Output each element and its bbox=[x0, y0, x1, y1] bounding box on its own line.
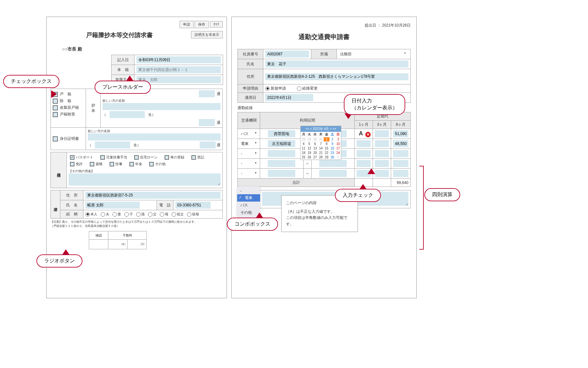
pension-checkbox[interactable] bbox=[129, 162, 134, 166]
household-head-input[interactable] bbox=[136, 76, 221, 83]
fare-3m-input[interactable] bbox=[375, 150, 389, 157]
mode-select[interactable]: -▾ bbox=[240, 161, 258, 166]
mode-select[interactable]: -▾ bbox=[240, 151, 258, 156]
relation-radio[interactable] bbox=[148, 212, 152, 217]
fare-6m-input[interactable] bbox=[393, 130, 408, 137]
calendar-day[interactable]: 29 bbox=[324, 155, 329, 160]
fare-1m-input[interactable] bbox=[357, 160, 371, 167]
calendar-day[interactable]: 29 bbox=[306, 137, 312, 142]
fare-1m-input[interactable] bbox=[357, 150, 371, 157]
fare-3m-input[interactable] bbox=[375, 130, 389, 137]
fare-6m-input[interactable] bbox=[393, 160, 408, 167]
calendar-day[interactable]: 26 bbox=[306, 155, 312, 160]
relation-radio[interactable] bbox=[112, 212, 117, 217]
relation-radio[interactable] bbox=[160, 212, 164, 217]
req-addr-input[interactable] bbox=[85, 192, 220, 199]
fare-6m-input[interactable] bbox=[393, 150, 408, 157]
to-input[interactable] bbox=[319, 170, 347, 177]
calendar-day[interactable]: 15 bbox=[324, 146, 329, 151]
req-phone-input[interactable] bbox=[175, 202, 211, 209]
reg-checkbox[interactable] bbox=[191, 155, 196, 160]
calendar-day[interactable]: 19 bbox=[306, 151, 312, 155]
calendar-day[interactable]: 17 bbox=[335, 146, 341, 151]
calendar-day[interactable]: 24 bbox=[335, 151, 341, 155]
calendar-day[interactable]: 11 bbox=[301, 146, 306, 151]
calendar-day[interactable]: 5 bbox=[306, 142, 312, 146]
calendar-day[interactable]: 20 bbox=[312, 151, 318, 155]
qual-checkbox[interactable] bbox=[90, 162, 94, 166]
from-input[interactable] bbox=[268, 160, 295, 167]
dependent-checkbox[interactable] bbox=[110, 162, 114, 166]
calendar-day[interactable]: 30 bbox=[329, 155, 335, 160]
calendar-day[interactable]: 31 bbox=[318, 137, 324, 142]
from-input[interactable] bbox=[268, 150, 295, 157]
hide-desc-button[interactable]: 説明文を非表示 bbox=[191, 31, 223, 38]
calendar-day[interactable]: 23 bbox=[329, 151, 335, 155]
calendar-day[interactable]: 13 bbox=[312, 146, 318, 151]
other-checkbox[interactable] bbox=[149, 162, 154, 166]
license-checkbox[interactable] bbox=[70, 162, 74, 166]
calendar-day[interactable]: 4 bbox=[301, 142, 306, 146]
calendar-day[interactable]: 8 bbox=[324, 142, 329, 146]
calendar-day[interactable]: 12 bbox=[306, 146, 312, 151]
fare-6m-input[interactable] bbox=[393, 140, 408, 147]
id-birth-input[interactable] bbox=[95, 141, 130, 148]
calendar-day[interactable]: 27 bbox=[312, 155, 318, 160]
calendar-day[interactable]: 16 bbox=[329, 146, 335, 151]
calendar-day[interactable]: 6 bbox=[312, 142, 318, 146]
calendar-day[interactable]: 18 bbox=[301, 151, 306, 155]
child-checkbox[interactable] bbox=[100, 155, 105, 160]
emp-addr-input[interactable] bbox=[265, 73, 408, 80]
copies-input-2[interactable] bbox=[199, 119, 215, 126]
dd-item-blank[interactable]: - bbox=[237, 188, 260, 194]
kaisei-checkbox[interactable] bbox=[53, 105, 58, 110]
calendar-day[interactable]: 1 bbox=[324, 137, 329, 142]
save-button[interactable]: 保存 bbox=[195, 21, 209, 28]
relation-radio[interactable] bbox=[85, 212, 90, 217]
relation-radio[interactable] bbox=[172, 212, 176, 217]
reason-new-radio[interactable] bbox=[265, 86, 270, 91]
joseki-checkbox[interactable] bbox=[53, 99, 58, 104]
dd-item-bus[interactable]: バス bbox=[237, 202, 260, 209]
emp-name-input[interactable] bbox=[265, 60, 408, 68]
from-input[interactable] bbox=[268, 170, 295, 177]
calendar-day[interactable]: 22 bbox=[324, 151, 329, 155]
from-input[interactable] bbox=[268, 140, 295, 147]
id-name-input[interactable] bbox=[88, 133, 220, 140]
calendar-day[interactable]: 25 bbox=[301, 155, 306, 160]
clear-button[interactable]: ｸﾘｱ bbox=[210, 21, 223, 28]
relation-radio[interactable] bbox=[136, 212, 141, 217]
passport-checkbox[interactable]: ✓ bbox=[70, 155, 74, 160]
calendar-day[interactable]: 21 bbox=[318, 151, 324, 155]
id-checkbox[interactable] bbox=[53, 136, 58, 141]
fare-3m-input[interactable] bbox=[375, 160, 389, 167]
apply-button[interactable]: 申請 bbox=[180, 21, 194, 28]
apply-date-input[interactable] bbox=[265, 94, 313, 101]
origin-input[interactable] bbox=[136, 66, 221, 73]
fare-1m-input[interactable] bbox=[357, 140, 371, 147]
fare-3m-input[interactable] bbox=[375, 170, 389, 177]
dept-select[interactable]: 法務部▾ bbox=[339, 51, 408, 58]
house-checkbox[interactable] bbox=[134, 155, 139, 160]
birth-input[interactable] bbox=[110, 111, 145, 118]
calendar-day[interactable]: 30 bbox=[312, 137, 318, 142]
mode-select[interactable]: バス▾ bbox=[240, 131, 258, 137]
emp-no-input[interactable] bbox=[265, 51, 309, 58]
calendar-day[interactable]: 14 bbox=[318, 146, 324, 151]
fare-3m-input[interactable] bbox=[375, 140, 389, 147]
calendar-day[interactable]: 3 bbox=[335, 137, 341, 142]
fare-6m-input[interactable] bbox=[393, 170, 408, 177]
calendar-day[interactable]: 2 bbox=[329, 137, 335, 142]
fuhyo-checkbox[interactable] bbox=[53, 112, 58, 117]
calendar-day[interactable]: 28 bbox=[301, 137, 306, 142]
car-checkbox[interactable] bbox=[165, 155, 169, 160]
to-input[interactable] bbox=[319, 160, 347, 167]
mode-select[interactable]: -▾ bbox=[240, 171, 258, 176]
mode-select[interactable]: 電車▾ bbox=[240, 141, 258, 147]
relation-radio[interactable] bbox=[124, 212, 129, 217]
calendar-day[interactable]: 9 bbox=[329, 142, 335, 146]
reason-change-radio[interactable] bbox=[297, 86, 301, 91]
calendar-day[interactable]: 28 bbox=[318, 155, 324, 160]
calendar-day[interactable]: 10 bbox=[335, 142, 341, 146]
req-name-input[interactable] bbox=[85, 202, 140, 209]
